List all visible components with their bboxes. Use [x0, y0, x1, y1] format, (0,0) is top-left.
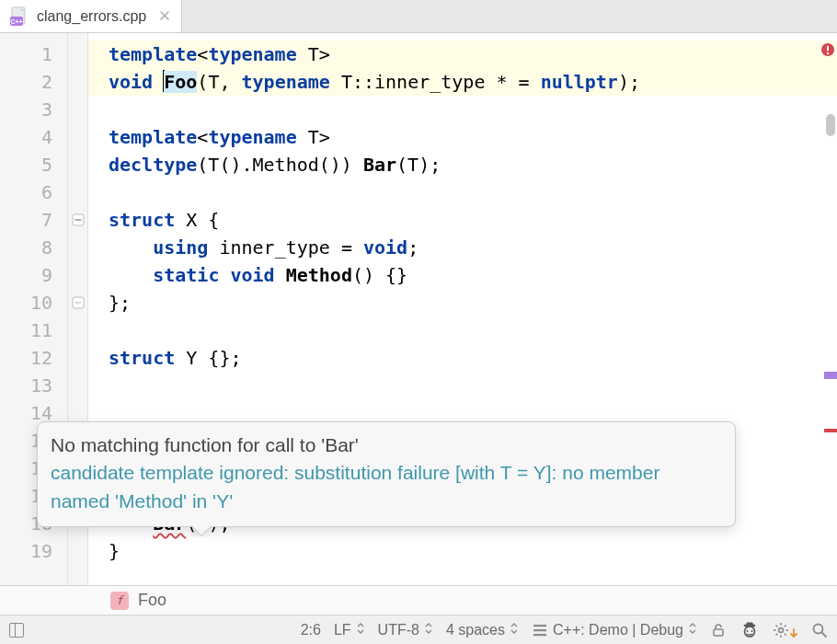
code-line[interactable]: using inner_type = void; — [88, 234, 837, 261]
svg-rect-10 — [533, 629, 546, 631]
fold-end-icon[interactable] — [71, 289, 86, 316]
encoding[interactable]: UTF-8 — [378, 622, 433, 638]
breadcrumb-name[interactable]: Foo — [138, 591, 166, 610]
svg-rect-9 — [533, 625, 546, 627]
code-line[interactable] — [88, 96, 837, 123]
svg-rect-7 — [827, 46, 829, 52]
run-context[interactable]: C++: Demo | Debug — [532, 622, 697, 638]
svg-text:C++: C++ — [10, 18, 22, 25]
code-line[interactable]: template<typename T> — [88, 40, 837, 68]
code-line[interactable]: struct Y {}; — [88, 344, 837, 372]
svg-point-18 — [779, 627, 784, 632]
function-badge-icon: f — [110, 592, 129, 610]
code-line[interactable]: } — [88, 537, 837, 565]
svg-line-24 — [785, 633, 786, 635]
code-line[interactable] — [88, 316, 837, 344]
error-stripe — [820, 33, 837, 585]
lock-icon[interactable] — [710, 622, 727, 638]
scrollbar-thumb[interactable] — [826, 114, 835, 136]
code-line[interactable]: decltype(T().Method()) Bar(T); — [88, 151, 837, 178]
error-stripe-marker[interactable] — [824, 429, 837, 432]
error-stripe-marker[interactable] — [824, 375, 837, 379]
tooltip-title: No matching function for call to 'Bar' — [51, 431, 722, 459]
code-line[interactable]: static void Method() {} — [88, 261, 837, 289]
code-line[interactable]: void Foo(T, typename T::inner_type * = n… — [88, 68, 837, 96]
code-line[interactable]: template<typename T> — [88, 123, 837, 151]
error-tooltip: No matching function for call to 'Bar' c… — [37, 421, 736, 527]
download-arrow-icon — [789, 628, 798, 639]
inspector-icon[interactable] — [740, 620, 760, 640]
code-line[interactable]: struct X { — [88, 206, 837, 234]
svg-line-23 — [776, 625, 778, 627]
settings-icon[interactable] — [773, 621, 798, 639]
caret-position[interactable]: 2:6 — [301, 622, 321, 638]
code-line[interactable]: }; — [88, 289, 837, 316]
fold-toggle-icon[interactable] — [71, 206, 86, 234]
svg-rect-11 — [533, 634, 546, 636]
cpp-file-icon: C++ — [9, 6, 29, 27]
breadcrumb-bar: f Foo — [0, 585, 837, 615]
svg-point-17 — [751, 630, 753, 632]
search-icon[interactable] — [811, 622, 828, 638]
chevron-updown-icon — [688, 622, 697, 638]
error-indicator-icon — [820, 42, 835, 60]
tab-filename: clang_errors.cpp — [37, 8, 146, 25]
svg-line-28 — [822, 632, 827, 637]
tooltip-detail: candidate template ignored: substitution… — [51, 459, 722, 515]
svg-line-25 — [776, 633, 778, 635]
file-tab[interactable]: C++ clang_errors.cpp — [0, 0, 182, 32]
svg-line-26 — [785, 625, 786, 627]
svg-point-16 — [747, 630, 749, 632]
svg-point-8 — [827, 52, 829, 54]
line-separator[interactable]: LF — [334, 622, 365, 638]
chevron-updown-icon — [510, 622, 519, 638]
tab-bar: C++ clang_errors.cpp — [0, 0, 837, 33]
code-line[interactable] — [88, 178, 837, 206]
chevron-updown-icon — [356, 622, 365, 638]
tool-window-toggle-icon[interactable] — [9, 623, 24, 638]
indent[interactable]: 4 spaces — [446, 622, 519, 638]
code-line[interactable] — [88, 372, 837, 399]
svg-rect-12 — [714, 629, 723, 636]
editor[interactable]: 12345678910111213141516171819 template<t… — [0, 33, 837, 585]
svg-rect-15 — [747, 622, 753, 626]
close-icon[interactable] — [159, 8, 170, 25]
context-menu-icon — [532, 622, 548, 638]
status-bar: 2:6 LF UTF-8 4 spaces C++: Demo | Debug — [0, 615, 837, 644]
chevron-updown-icon — [424, 622, 433, 638]
